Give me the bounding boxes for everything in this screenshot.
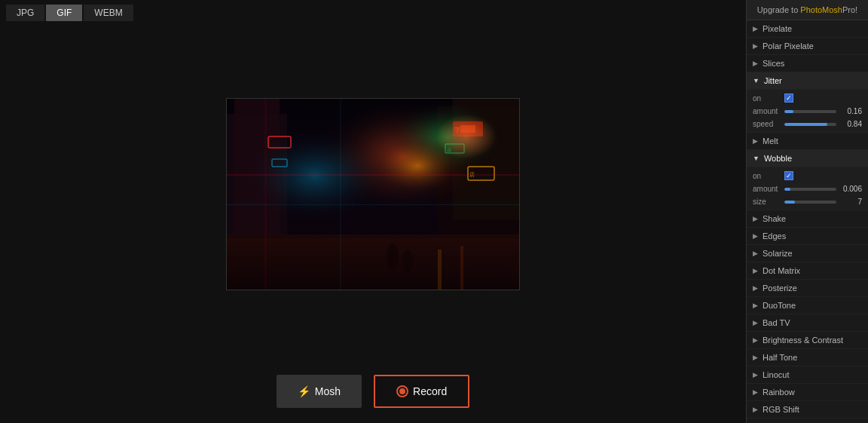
slider-track-wobble-2[interactable] [784,201,836,204]
svg-text:字: 字 [454,127,460,133]
slider-fill-wobble-2 [784,201,795,204]
arrow-icon-duotone: ▶ [753,302,758,309]
effect-item-half-tone[interactable]: ▶Half Tone [747,349,868,366]
record-icon [396,385,408,397]
upgrade-brand: PhotoMosh [800,5,842,14]
effect-item-rgb-shift[interactable]: ▶RGB Shift [747,401,868,418]
effect-label-solarize: Solarize [763,249,793,258]
checkbox-wobble-0[interactable]: ✓ [784,171,793,180]
record-dot [399,388,405,394]
control-label-wobble-1: amount [753,185,781,193]
arrow-icon-jitter: ▼ [753,77,760,84]
effect-label-brightness-contrast: Brightness & Contrast [763,336,843,345]
effect-label-jitter: Jitter [764,76,782,85]
control-row-wobble-2: size7 [747,195,868,208]
arrow-icon-edges: ▶ [753,232,758,240]
effect-item-edges[interactable]: ▶Edges [747,228,868,245]
svg-rect-14 [445,144,464,153]
effect-label-slices: Slices [763,59,784,68]
svg-rect-19 [227,174,520,176]
svg-text:品: 品 [447,148,451,152]
arrow-icon-shake: ▶ [753,215,758,222]
effect-label-duotone: DuoTone [763,301,796,310]
svg-rect-12 [453,121,483,136]
right-panel: Upgrade to PhotoMoshPro! ▶Pixelate▶Polar… [746,0,868,423]
arrow-icon-pixelate: ▶ [753,25,758,32]
effect-label-linocut: Linocut [763,370,789,379]
effect-item-posterize[interactable]: ▶Posterize [747,280,868,297]
effect-item-wobble[interactable]: ▼Wobble [747,150,868,167]
control-row-wobble-0: on✓ [747,169,868,182]
arrow-icon-wobble: ▼ [753,155,760,162]
bolt-icon: ⚡ [298,385,310,397]
arrow-icon-half-tone: ▶ [753,354,758,361]
effect-label-bad-tv: Bad TV [763,318,790,327]
upgrade-banner[interactable]: Upgrade to PhotoMoshPro! [747,0,868,20]
control-value-wobble-1: 0.006 [839,185,862,193]
effect-label-wobble: Wobble [764,154,792,163]
effect-item-melt[interactable]: ▶Melt [747,133,868,150]
svg-rect-20 [227,204,520,205]
arrow-icon-melt: ▶ [753,137,758,145]
effect-item-shake[interactable]: ▶Shake [747,210,868,228]
effect-item-duotone[interactable]: ▶DuoTone [747,297,868,314]
effect-label-polar-pixelate: Polar Pixelate [763,41,814,51]
effect-label-shake: Shake [763,214,786,223]
arrow-icon-dot-matrix: ▶ [753,267,758,274]
control-label-jitter-0: on [753,94,781,103]
format-tabs: JPG GIF WEBM [0,0,139,26]
effect-item-linocut[interactable]: ▶Linocut [747,366,868,384]
effect-item-polar-pixelate[interactable]: ▶Polar Pixelate [747,38,868,55]
effect-label-rainbow: Rainbow [763,388,795,397]
effect-item-bad-tv[interactable]: ▶Bad TV [747,314,868,332]
control-label-jitter-2: speed [753,120,781,128]
control-value-jitter-2: 0.84 [839,120,862,128]
arrow-icon-posterize: ▶ [753,284,758,292]
canvas-area: 字 店 品 [0,26,746,363]
mosh-button[interactable]: ⚡ Mosh [277,375,362,408]
svg-rect-25 [227,238,520,290]
upgrade-pro: Pro! [842,5,857,14]
slider-track-jitter-2[interactable] [784,123,836,126]
mosh-label: Mosh [315,385,341,397]
arrow-icon-brightness-contrast: ▶ [753,336,758,344]
slider-track-wobble-1[interactable] [784,188,836,191]
preview-canvas: 字 店 品 [226,98,520,290]
effect-item-brightness-contrast[interactable]: ▶Brightness & Contrast [747,332,868,349]
effect-label-melt: Melt [763,136,778,146]
arrow-icon-polar-pixelate: ▶ [753,42,758,50]
effect-label-dot-matrix: Dot Matrix [763,266,800,275]
checkbox-jitter-0[interactable]: ✓ [784,93,793,103]
effect-item-dot-matrix[interactable]: ▶Dot Matrix [747,262,868,280]
arrow-icon-solarize: ▶ [753,250,758,257]
control-row-wobble-1: amount0.006 [747,182,868,195]
tab-jpg[interactable]: JPG [6,5,44,21]
effect-item-pixelate[interactable]: ▶Pixelate [747,20,868,38]
control-value-jitter-1: 0.16 [839,107,862,115]
arrow-icon-bad-tv: ▶ [753,319,758,326]
tab-gif[interactable]: GIF [46,5,82,21]
effect-item-solarize[interactable]: ▶Solarize [747,245,868,262]
bottom-toolbar: ⚡ Mosh Record [0,363,746,423]
tab-webm[interactable]: WEBM [84,5,133,21]
control-value-wobble-2: 7 [839,198,862,206]
arrow-icon-linocut: ▶ [753,371,758,379]
control-row-jitter-0: on✓ [747,91,868,105]
arrow-icon-rainbow: ▶ [753,388,758,396]
checkmark-icon-wobble-0: ✓ [786,173,792,179]
control-label-wobble-0: on [753,172,781,180]
effects-list: ▶Pixelate▶Polar Pixelate▶Slices▼Jitteron… [747,20,868,423]
svg-rect-26 [438,250,442,290]
record-button[interactable]: Record [374,375,469,408]
control-row-jitter-2: speed0.84 [747,118,868,130]
record-label: Record [413,385,447,397]
effect-item-jitter[interactable]: ▼Jitter [747,72,868,90]
slider-track-jitter-1[interactable] [784,110,836,113]
effect-label-rgb-shift: RGB Shift [763,405,799,414]
effect-item-rainbow[interactable]: ▶Rainbow [747,384,868,401]
effect-controls-wobble: on✓amount0.006size7 [747,167,868,210]
effect-label-posterize: Posterize [763,284,797,293]
left-area: JPG GIF WEBM [0,0,746,423]
effect-item-mirror[interactable]: ▶Mirror [747,418,868,423]
effect-item-slices[interactable]: ▶Slices [747,55,868,72]
